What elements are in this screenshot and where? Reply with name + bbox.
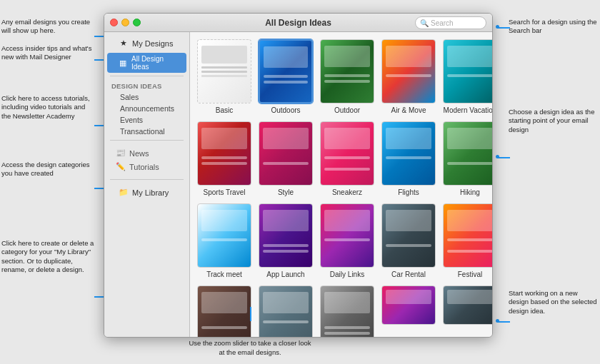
ann-insider: Access insider tips and what's new with …	[1, 44, 94, 62]
ann-start-working: Start working on a new design based on t…	[509, 289, 599, 315]
sidebar-tutorials-label: Tutorials	[129, 163, 159, 171]
design-label-outdoor: Outdoor	[334, 106, 360, 114]
sidebar-my-designs-section: ★ My Designs	[104, 36, 189, 50]
design-thumb-carrental	[381, 203, 436, 268]
design-label-style: Style	[278, 188, 294, 196]
sidebar-item-my-library[interactable]: 📁 My Library	[107, 186, 186, 199]
sidebar-all-design-section: ▦ All Design Ideas	[104, 53, 189, 73]
design-grid-area[interactable]: Basic Outdoors	[190, 32, 492, 337]
minimize-button[interactable]	[121, 19, 129, 26]
design-item-style[interactable]: Style	[259, 121, 313, 196]
right-annotation-panel: Search for a design using the Search bar…	[507, 0, 600, 364]
design-thumb-row4-2	[443, 285, 492, 325]
design-item-row4-1[interactable]	[381, 285, 436, 337]
sidebar-my-designs-label: My Designs	[132, 39, 173, 48]
search-bar[interactable]: 🔍 Search	[415, 16, 486, 29]
ann-zoom-slider: Use the zoom slider to take a closer loo…	[186, 339, 314, 357]
sidebar-item-tutorials[interactable]: ✏️ Tutorials	[104, 160, 189, 173]
sidebar-events-label: Events	[120, 116, 143, 124]
design-label-car-rental: Car Rental	[391, 271, 426, 278]
design-label-hiking: Hiking	[460, 188, 480, 196]
ann-designs-show: Any email designs you create will show u…	[1, 18, 94, 36]
design-thumb-tomorrow	[259, 285, 313, 337]
sidebar-item-announcements[interactable]: Announcements	[104, 103, 189, 114]
sidebar-my-library-label: My Library	[132, 188, 169, 197]
sidebar-all-design-label: All Design Ideas	[131, 55, 179, 71]
sidebar-announcements-label: Announcements	[120, 104, 174, 113]
design-item-festival[interactable]: Festival	[443, 203, 492, 278]
close-button[interactable]	[110, 19, 118, 26]
bottom-bar: 🔍 🔍 82 items Use this design	[104, 337, 492, 338]
design-item-outdoors[interactable]: Outdoors	[259, 39, 313, 114]
design-thumb-row4-1	[381, 285, 436, 325]
design-item-app-launch[interactable]: App Launch	[259, 203, 313, 278]
ann-categories: Access the design categories you have cr…	[1, 161, 94, 178]
design-label-sports-travel: Sports Travel	[204, 188, 246, 196]
design-label-air-move: Air & Move	[391, 106, 426, 114]
content-area: ★ My Designs ▦ All Design Ideas Design I…	[104, 32, 492, 337]
sidebar-transactional-label: Transactional	[120, 127, 165, 136]
design-item-row4-2[interactable]	[443, 285, 492, 337]
sidebar-item-transactional[interactable]: Transactional	[104, 126, 189, 137]
sidebar-divider-2	[110, 140, 184, 141]
design-item-modern-vacation[interactable]: Modern Vacation	[443, 39, 492, 114]
sidebar-item-all-design-ideas[interactable]: ▦ All Design Ideas	[107, 53, 186, 73]
sidebar-design-ideas-header: Design Ideas	[104, 79, 189, 91]
grid-icon: ▦	[119, 59, 128, 68]
design-thumb-sneakerz	[320, 121, 374, 186]
sidebar-divider-1	[110, 76, 184, 76]
window-title: All Design Ideas	[265, 18, 331, 28]
news-icon: 📰	[116, 148, 126, 158]
design-item-sports-travel[interactable]: Sports Travel	[197, 121, 251, 196]
design-thumb-flights	[381, 121, 436, 186]
design-thumb-workshop	[320, 285, 374, 337]
traffic-lights	[110, 19, 141, 26]
design-thumb-furniture	[197, 285, 251, 337]
design-thumb-applaunch	[259, 203, 313, 268]
app-window: All Design Ideas 🔍 Search ★ My Designs ▦…	[104, 13, 493, 338]
design-label-festival: Festival	[458, 271, 482, 278]
design-thumb-air	[381, 39, 436, 103]
sidebar-item-my-designs[interactable]: ★ My Designs	[107, 36, 186, 50]
design-label-outdoors: Outdoors	[271, 106, 300, 114]
design-label-daily-links: Daily Links	[330, 271, 364, 278]
design-thumb-hiking	[443, 121, 492, 186]
design-thumb-style	[259, 121, 313, 186]
design-item-flights[interactable]: Flights	[381, 121, 436, 196]
design-item-air-move[interactable]: Air & Move	[381, 39, 436, 114]
sidebar-sales-label: Sales	[120, 93, 139, 101]
bottom-annotation-panel: Use the zoom slider to take a closer loo…	[186, 339, 314, 357]
sidebar-item-news[interactable]: 📰 News	[104, 146, 189, 160]
design-thumb-festival	[443, 203, 492, 268]
design-item-car-rental[interactable]: Car Rental	[381, 203, 436, 278]
ann-search: Search for a design using the Search bar	[509, 18, 599, 36]
design-label-modern-vacation: Modern Vacation	[444, 106, 492, 114]
design-thumb-vacation	[443, 39, 492, 103]
design-thumb-outdoor	[320, 39, 374, 103]
design-label-flights: Flights	[398, 188, 419, 196]
maximize-button[interactable]	[133, 19, 141, 26]
design-thumb-outdoors	[259, 39, 313, 103]
design-thumb-dailylinks	[320, 203, 374, 268]
sidebar-divider-3	[110, 179, 184, 180]
design-thumb-basic	[197, 39, 251, 103]
design-item-daily-links[interactable]: Daily Links	[320, 203, 374, 278]
search-icon: 🔍	[420, 19, 429, 27]
sidebar-item-events[interactable]: Events	[104, 114, 189, 126]
search-placeholder: Search	[431, 19, 454, 27]
library-icon: 📁	[119, 188, 129, 197]
design-item-hiking[interactable]: Hiking	[443, 121, 492, 196]
design-thumb-track	[197, 203, 251, 268]
design-item-tomorrow[interactable]: TOMORROW	[259, 285, 313, 337]
ann-tutorials: Click here to access tutorials, includin…	[1, 94, 94, 121]
sidebar-item-sales[interactable]: Sales	[104, 91, 189, 103]
design-item-furniture[interactable]: Furniture	[197, 285, 251, 337]
design-label-basic: Basic	[216, 106, 233, 114]
design-label-sneakerz: Sneakerz	[332, 188, 362, 196]
design-item-sneakerz[interactable]: Sneakerz	[320, 121, 374, 196]
ann-choose: Choose a design idea as the starting poi…	[509, 108, 599, 134]
design-item-basic[interactable]: Basic	[197, 39, 251, 114]
design-item-track-meet[interactable]: Track meet	[197, 203, 251, 278]
design-item-workshop[interactable]: Workshop	[320, 285, 374, 337]
design-item-outdoor[interactable]: Outdoor	[320, 39, 374, 114]
